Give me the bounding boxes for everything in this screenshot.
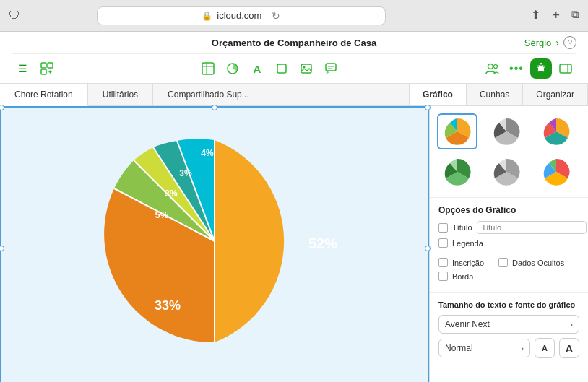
font-larger-icon: A [566, 342, 574, 355]
svg-rect-1 [48, 63, 53, 68]
right-panel: Opções do Gráfico Título Legenda Inscriç… [429, 106, 588, 382]
svg-point-16 [494, 65, 498, 69]
chart-icon [226, 62, 239, 75]
legend-checkbox[interactable] [438, 238, 448, 248]
handle-top-mid[interactable] [212, 105, 217, 110]
hidden-data-checkbox[interactable] [498, 258, 508, 267]
title-checkbox[interactable] [438, 223, 448, 233]
chart-button[interactable] [222, 58, 243, 79]
chart-style-3[interactable] [536, 113, 576, 149]
svg-text:33%: 33% [155, 298, 181, 313]
panel-tab-grafico[interactable]: Gráfico [410, 84, 467, 105]
svg-point-11 [303, 66, 306, 69]
svg-rect-9 [277, 64, 286, 73]
shield-icon: 🛡 [9, 9, 20, 22]
table-button[interactable] [197, 58, 219, 79]
title-option-row: Título [438, 221, 579, 234]
svg-rect-5 [202, 63, 214, 74]
svg-text:3%: 3% [165, 188, 178, 199]
tab-utilitarios[interactable]: Utilitários [88, 84, 153, 105]
chart-area[interactable]: 52% 33% 5% 3% 3% 4% [0, 106, 429, 382]
panel-tab-organizar[interactable]: Organizar [523, 84, 588, 105]
svg-text:52%: 52% [308, 235, 337, 251]
font-size-row: Normal › A A [438, 338, 579, 358]
app-toolbar-icons: ☰ [12, 54, 576, 83]
svg-rect-18 [560, 64, 571, 73]
image-icon [300, 62, 313, 75]
font-size-select[interactable]: Normal › [438, 339, 530, 357]
title-text-input[interactable] [477, 221, 587, 234]
newtab-icon[interactable]: + [552, 8, 560, 23]
format-button[interactable] [530, 58, 552, 79]
help-icon: ? [568, 38, 572, 47]
collab-button[interactable] [481, 58, 503, 79]
handle-top-left[interactable] [0, 105, 4, 110]
sidebar-toggle-button[interactable] [555, 58, 576, 79]
border-checkbox[interactable] [438, 272, 448, 281]
font-section: Tamanho do texto e fonte do gráfico Aven… [430, 292, 588, 365]
inscription-checkbox[interactable] [438, 258, 448, 267]
font-family-select[interactable]: Avenir Next › [438, 315, 579, 334]
app-toolbar: Orçamento de Companheiro de Casa Sérgio … [0, 32, 588, 84]
text-button[interactable]: A [246, 58, 268, 79]
format-icon [535, 62, 548, 75]
reload-icon[interactable]: ↻ [272, 10, 280, 22]
toolbar-left: ☰ [12, 58, 58, 79]
app-title: Orçamento de Companheiro de Casa [212, 38, 376, 48]
main-content: 52% 33% 5% 3% 3% 4% [0, 106, 588, 382]
toolbar-right: ••• [481, 58, 576, 79]
svg-text:4%: 4% [201, 148, 214, 158]
svg-text:3%: 3% [179, 168, 192, 178]
tab-chore-rotation[interactable]: Chore Rotation [0, 84, 88, 106]
url-text: icloud.com [217, 10, 261, 21]
windows-icon[interactable]: ⧉ [571, 8, 579, 23]
chart-style-4[interactable] [437, 154, 477, 190]
font-chevron-icon: › [570, 320, 573, 329]
app-toolbar-top: Orçamento de Companheiro de Casa Sérgio … [12, 32, 576, 54]
comment-button[interactable] [320, 58, 342, 79]
font-size-chevron-icon: › [521, 344, 524, 352]
help-button[interactable]: ? [563, 36, 576, 49]
handle-mid-left[interactable] [0, 246, 4, 251]
browser-actions: ⬆ + ⧉ [531, 8, 579, 23]
chart-style-1[interactable] [437, 113, 477, 149]
border-option-row: Borda [438, 272, 579, 281]
svg-rect-0 [41, 63, 46, 68]
shape-icon [275, 62, 288, 75]
legend-label: Legenda [452, 239, 483, 248]
comment-icon [324, 62, 337, 75]
svg-text:5%: 5% [155, 209, 169, 220]
collab-icon [485, 62, 499, 75]
image-button[interactable] [295, 58, 317, 79]
inscription-option-row: Inscrição Dados Ocultos [438, 258, 579, 267]
user-name: Sérgio [524, 38, 552, 48]
font-larger-button[interactable]: A [559, 338, 579, 358]
pie-chart: 52% 33% 5% 3% 3% 4% [92, 126, 337, 371]
font-smaller-icon: A [542, 344, 548, 352]
menu-button[interactable]: ☰ [12, 58, 33, 79]
chart-options-section: Opções do Gráfico Título Legenda Inscriç… [430, 197, 588, 292]
chart-style-5[interactable] [486, 154, 527, 190]
font-smaller-button[interactable]: A [535, 338, 555, 358]
add-sheet-icon [40, 62, 53, 75]
address-bar[interactable]: 🔒 icloud.com ↻ [97, 6, 386, 25]
browser-chrome: 🛡 🔒 icloud.com ↻ ⬆ + ⧉ [0, 0, 588, 32]
shape-button[interactable] [271, 58, 293, 79]
font-name-text: Avenir Next [445, 319, 490, 329]
inscription-label: Inscrição [452, 259, 484, 267]
hidden-data-label: Dados Ocultos [512, 259, 564, 267]
user-chevron-icon: › [555, 37, 559, 48]
add-sheet-button[interactable] [36, 58, 58, 79]
menu-icon: ☰ [18, 63, 27, 74]
share-icon[interactable]: ⬆ [531, 8, 540, 23]
title-label: Título [452, 223, 472, 232]
toolbar-center: A [197, 58, 342, 79]
pie-chart-svg: 52% 33% 5% 3% 3% 4% [92, 126, 337, 357]
svg-rect-12 [326, 64, 336, 71]
panel-tab-cunhas[interactable]: Cunhas [467, 84, 523, 105]
chart-style-6[interactable] [536, 154, 576, 190]
more-button[interactable]: ••• [506, 58, 527, 79]
chart-style-2[interactable] [486, 113, 527, 149]
border-label: Borda [452, 272, 473, 281]
tab-compartilhado[interactable]: Compartilhado Sup... [153, 84, 264, 105]
